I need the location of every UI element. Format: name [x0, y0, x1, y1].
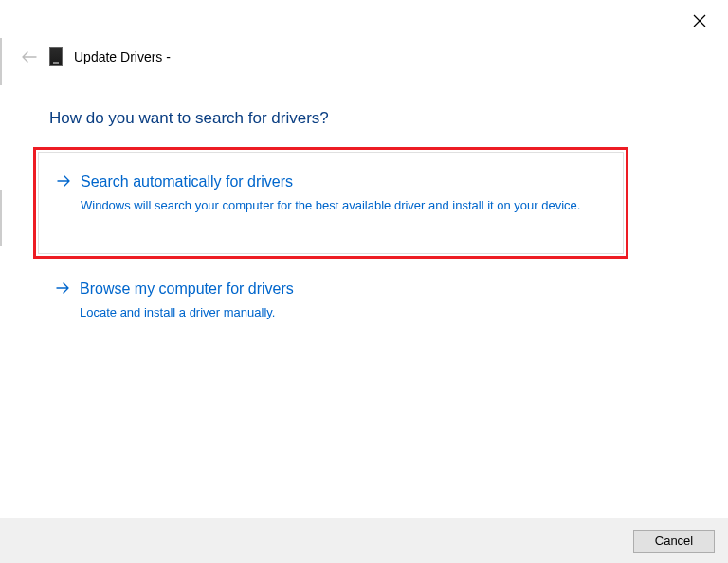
- page-heading: How do you want to search for drivers?: [49, 109, 329, 128]
- option-description: Windows will search your computer for th…: [81, 196, 606, 215]
- option-content: Search automatically for drivers Windows…: [81, 173, 606, 215]
- arrow-right-icon: [56, 175, 71, 187]
- close-button[interactable]: [690, 11, 709, 30]
- option-content: Browse my computer for drivers Locate an…: [80, 281, 607, 322]
- cancel-button[interactable]: Cancel: [633, 530, 715, 553]
- options-container: Search automatically for drivers Windows…: [38, 152, 624, 340]
- arrow-right-icon: [55, 282, 70, 294]
- arrow-left-icon: [22, 51, 37, 63]
- option-search-automatically[interactable]: Search automatically for drivers Windows…: [38, 152, 624, 254]
- option-title: Browse my computer for drivers: [80, 281, 607, 298]
- window-left-edge: [0, 0, 2, 518]
- option-description: Locate and install a driver manually.: [80, 303, 607, 322]
- dialog-title: Update Drivers -: [74, 49, 171, 64]
- dialog-footer: Cancel: [0, 518, 728, 563]
- dialog-header: Update Drivers -: [21, 47, 171, 66]
- option-title: Search automatically for drivers: [81, 173, 606, 191]
- option-browse-computer[interactable]: Browse my computer for drivers Locate an…: [38, 275, 624, 341]
- close-icon: [693, 14, 706, 27]
- back-button[interactable]: [21, 51, 38, 63]
- device-icon: [49, 47, 63, 66]
